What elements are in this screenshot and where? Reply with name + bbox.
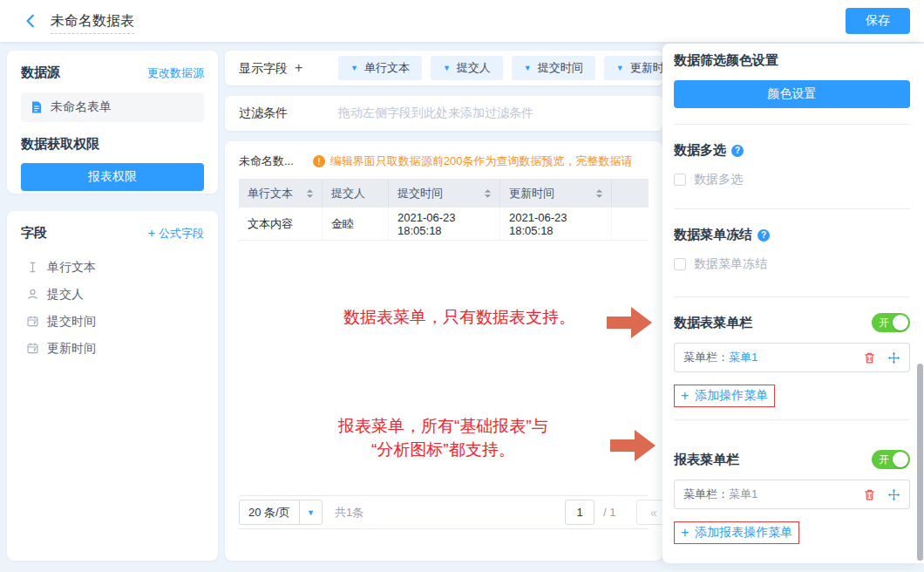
- chevron-down-icon: ▼: [299, 500, 322, 524]
- top-bar: 未命名数据表 保存: [0, 0, 924, 42]
- grid-body: 文本内容金睦2021-06-23 18:05:182021-06-23 18:0…: [239, 208, 649, 241]
- page-title[interactable]: 未命名数据表: [51, 12, 134, 34]
- grid-column-header[interactable]: 提交时间: [389, 179, 500, 208]
- pagination-bar: 20 条/页 ▼ 共1条 1 / 1 «: [239, 495, 649, 529]
- add-report-menu-link[interactable]: + 添加报表操作菜单: [674, 521, 799, 544]
- chevron-down-icon: ▼: [350, 64, 358, 72]
- annotation-table-menu: 数据表菜单，只有数据表支持。: [343, 305, 575, 329]
- data-grid: 单行文本提交人提交时间更新时间 文本内容金睦2021-06-23 18:05:1…: [239, 179, 649, 241]
- trash-icon[interactable]: [863, 488, 876, 501]
- text-icon: [26, 261, 39, 274]
- color-settings-button[interactable]: 颜色设置: [674, 80, 910, 108]
- table-menu-item: 菜单栏： 菜单1: [674, 343, 910, 372]
- total-count: 共1条: [335, 505, 363, 521]
- table-title: 未命名数...: [239, 153, 294, 169]
- display-field-chip[interactable]: ▼提交人: [431, 56, 503, 80]
- field-item[interactable]: 提交人: [21, 281, 204, 308]
- filter-dropzone-placeholder[interactable]: 拖动左侧字段到此处来添加过滤条件: [338, 106, 533, 121]
- page-total-label: / 1: [603, 506, 615, 519]
- divider: [674, 569, 910, 569]
- move-cross-icon[interactable]: [887, 488, 900, 501]
- datasource-title: 数据源: [21, 65, 60, 81]
- table-cell: 2021-06-23 18:05:18: [389, 208, 500, 240]
- display-field-chips: ▼单行文本▼提交人▼提交时间▼更新时间: [338, 56, 662, 80]
- plus-icon: +: [148, 225, 156, 240]
- checkbox-icon: [674, 174, 686, 186]
- table-menu-section-header: 数据表菜单栏 开: [674, 313, 910, 332]
- save-button[interactable]: 保存: [846, 8, 910, 34]
- page-number-input[interactable]: 1: [565, 500, 594, 525]
- display-field-chip[interactable]: ▼更新时间: [604, 56, 662, 80]
- back-icon[interactable]: [23, 13, 38, 32]
- checkbox-icon: [674, 258, 686, 270]
- datasource-name: 未命名表单: [51, 99, 112, 115]
- menu-name-link[interactable]: 菜单1: [729, 350, 758, 365]
- field-list: 单行文本提交人提交时间更新时间: [21, 254, 204, 362]
- calendar-icon: [26, 342, 39, 355]
- add-formula-field-link[interactable]: + 公式字段: [148, 225, 204, 242]
- report-menu-title: 报表菜单栏: [674, 452, 739, 468]
- chevron-down-icon: ▼: [616, 64, 624, 72]
- menu-freeze-checkbox[interactable]: 数据菜单冻结: [674, 256, 910, 272]
- change-datasource-link[interactable]: 更改数据源: [147, 65, 204, 81]
- divider: [674, 208, 910, 209]
- add-display-field-button[interactable]: +: [295, 60, 302, 75]
- table-cell: 文本内容: [239, 208, 323, 240]
- grid-header-row: 单行文本提交人提交时间更新时间: [239, 179, 649, 208]
- table-menu-toggle[interactable]: 开: [872, 313, 910, 332]
- table-cell: 金睦: [323, 208, 389, 240]
- preview-warning: ! 编辑界面只取数据源前200条作为查询数据预览，完整数据请: [313, 153, 633, 169]
- scrollbar-thumb[interactable]: [917, 364, 923, 561]
- help-icon[interactable]: ?: [731, 145, 744, 157]
- help-icon[interactable]: ?: [758, 229, 770, 242]
- add-table-menu-link[interactable]: + 添加操作菜单: [674, 385, 775, 407]
- table-row[interactable]: 文本内容金睦2021-06-23 18:05:182021-06-23 18:0…: [239, 208, 649, 241]
- user-icon: [26, 288, 39, 301]
- menu-name-link[interactable]: 菜单1: [729, 487, 758, 502]
- grid-column-header[interactable]: 更新时间: [500, 179, 612, 208]
- page-size-select[interactable]: 20 条/页 ▼: [239, 500, 323, 525]
- toggle-knob: [893, 452, 908, 467]
- display-field-chip[interactable]: ▼单行文本: [338, 56, 422, 80]
- color-settings-title: 数据筛选颜色设置: [674, 52, 910, 69]
- display-field-chip[interactable]: ▼提交时间: [512, 56, 595, 80]
- grid-column-header[interactable]: 提交人: [323, 179, 389, 208]
- page-size-value: 20 条/页: [240, 505, 299, 521]
- divider: [674, 124, 910, 125]
- move-cross-icon[interactable]: [887, 351, 900, 364]
- fields-panel: 字段 + 公式字段 单行文本提交人提交时间更新时间: [7, 211, 218, 561]
- sort-arrows-icon[interactable]: [478, 187, 493, 200]
- block-arrow-right-icon: [607, 303, 652, 345]
- settings-panel: 数据筛选颜色设置 颜色设置 数据多选 ? 数据多选 数据菜单冻结 ? 数据菜单冻…: [662, 44, 924, 563]
- field-item[interactable]: 提交时间: [21, 308, 204, 335]
- sort-arrows-icon[interactable]: [300, 187, 315, 200]
- filter-label: 过滤条件: [239, 106, 338, 121]
- plus-icon: +: [681, 390, 689, 402]
- sort-arrows-icon[interactable]: [589, 187, 604, 200]
- trash-icon[interactable]: [863, 351, 876, 364]
- document-icon: [30, 100, 44, 114]
- grid-column-header[interactable]: 单行文本: [239, 179, 323, 208]
- field-item[interactable]: 单行文本: [21, 254, 204, 281]
- annotation-report-menu: 报表菜单，所有“基础报表”与 “分析图标”都支持。: [338, 414, 548, 461]
- datasource-panel: 数据源 更改数据源 未命名表单 数据获取权限 报表权限: [7, 51, 218, 194]
- field-item[interactable]: 更新时间: [21, 335, 204, 362]
- multi-select-checkbox[interactable]: 数据多选: [674, 172, 910, 187]
- multi-select-title: 数据多选 ?: [674, 142, 910, 159]
- table-menu-title: 数据表菜单栏: [674, 315, 752, 331]
- calendar-icon: [26, 315, 39, 328]
- chevron-down-icon: ▼: [524, 64, 532, 72]
- report-permission-button[interactable]: 报表权限: [21, 163, 204, 191]
- divider: [674, 419, 910, 420]
- table-cell: 2021-06-23 18:05:18: [500, 208, 612, 240]
- datasource-item[interactable]: 未命名表单: [21, 92, 204, 122]
- report-menu-toggle[interactable]: 开: [872, 450, 910, 469]
- fields-title: 字段: [21, 225, 47, 242]
- menu-freeze-title: 数据菜单冻结 ?: [674, 227, 910, 243]
- display-fields-bar: 显示字段+ ▼单行文本▼提交人▼提交时间▼更新时间: [225, 51, 662, 85]
- divider: [674, 296, 910, 297]
- plus-icon: +: [681, 527, 689, 539]
- display-fields-label: 显示字段+: [239, 60, 338, 77]
- block-arrow-right-icon: [610, 426, 656, 468]
- data-preview-panel: 未命名数... ! 编辑界面只取数据源前200条作为查询数据预览，完整数据请 单…: [225, 141, 662, 561]
